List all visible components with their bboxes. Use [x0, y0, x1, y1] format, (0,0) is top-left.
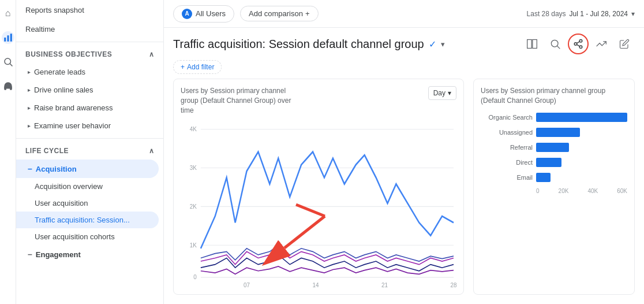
add-filter-label: Add filter — [187, 63, 214, 71]
x-label-40k: 40K — [587, 188, 598, 194]
business-objectives-header[interactable]: Business objectives ∧ — [16, 46, 163, 63]
home-icon[interactable]: ⌂ — [2, 7, 14, 20]
trend-button[interactable] — [591, 34, 612, 54]
bar-label-organic: Organic Search — [481, 114, 533, 121]
line-chart-section: Users by Session primary channel group (… — [173, 79, 464, 295]
avatar: A — [182, 9, 192, 19]
sidebar-item-traffic-acquisition[interactable]: Traffic acquisition: Session... — [16, 212, 159, 228]
sidebar: Reports snapshot Realtime Business objec… — [16, 0, 164, 304]
svg-text:21: 21 — [381, 281, 388, 287]
plus-icon-filter: + — [181, 63, 185, 71]
chart-header: Users by Session primary channel group (… — [181, 86, 456, 115]
svg-rect-1 — [7, 35, 9, 42]
sidebar-item-reports-snapshot[interactable]: Reports snapshot — [16, 0, 163, 20]
title-dropdown-icon[interactable]: ▾ — [441, 40, 445, 49]
page-title-row: Traffic acquisition: Session default cha… — [173, 38, 445, 51]
topbar-right: Last 28 days Jul 1 - Jul 28, 2024 ▾ — [527, 10, 635, 18]
filter-row: + Add filter — [164, 58, 644, 79]
chevron-right-icon-2: ▸ — [28, 87, 31, 93]
sidebar-divider-2 — [16, 138, 163, 139]
lifecycle-header[interactable]: Life cycle ∧ — [16, 142, 163, 160]
svg-text:28: 28 — [450, 281, 456, 287]
bar-fill-direct — [536, 158, 561, 167]
sidebar-item-user-acquisition-cohorts[interactable]: User acquisition cohorts — [16, 228, 159, 245]
svg-point-3 — [5, 58, 11, 65]
bar-container-email — [536, 173, 627, 182]
x-label-60k: 60K — [617, 188, 627, 194]
chevron-right-icon-4: ▸ — [28, 123, 31, 129]
bullet-icon: – — [28, 164, 32, 173]
add-filter-button[interactable]: + Add filter — [173, 60, 222, 74]
compare-view-button[interactable] — [522, 34, 542, 54]
add-comparison-button[interactable]: Add comparison + — [240, 6, 319, 21]
bar-chart-section: Users by Session primary channel group (… — [473, 79, 635, 295]
bar-row-direct: Direct — [481, 158, 627, 167]
svg-line-8 — [557, 46, 560, 49]
bar-fill-organic — [536, 113, 627, 122]
svg-text:1K: 1K — [190, 241, 197, 249]
day-label: Day — [433, 89, 445, 97]
svg-text:4K: 4K — [190, 125, 197, 133]
sidebar-item-engagement[interactable]: – Engagement — [16, 245, 159, 264]
sidebar-item-realtime[interactable]: Realtime — [16, 20, 163, 38]
sidebar-item-drive-online-sales[interactable]: ▸ Drive online sales — [16, 81, 159, 99]
toolbar-icons — [522, 34, 635, 54]
business-objectives-label: Business objectives — [25, 50, 112, 58]
x-label-0: 0 — [536, 188, 540, 194]
svg-text:2K: 2K — [190, 203, 197, 210]
page-header: Traffic acquisition: Session default cha… — [164, 28, 644, 58]
svg-point-11 — [579, 46, 582, 49]
svg-point-9 — [579, 40, 582, 43]
all-users-label: All Users — [196, 9, 226, 18]
add-comparison-label: Add comparison — [249, 9, 303, 18]
sidebar-item-acquisition[interactable]: – Acquisition — [16, 160, 159, 178]
advertising-icon[interactable] — [2, 80, 14, 92]
lifecycle-label: Life cycle — [25, 147, 69, 155]
last-days-label: Last 28 days — [527, 10, 566, 18]
explore-icon[interactable] — [2, 55, 14, 68]
bullet-icon-2: – — [28, 250, 32, 259]
all-users-button[interactable]: A All Users — [173, 5, 234, 23]
svg-line-13 — [576, 42, 579, 43]
svg-rect-6 — [533, 40, 537, 49]
svg-line-12 — [576, 45, 579, 46]
edit-button[interactable] — [614, 34, 635, 54]
bar-row-organic: Organic Search — [481, 113, 627, 122]
bar-row-referral: Referral — [481, 143, 627, 152]
x-label-20k: 20K — [559, 188, 569, 194]
bar-container-organic — [536, 113, 627, 122]
bar-label-referral: Referral — [481, 144, 533, 151]
share-button[interactable] — [568, 34, 589, 54]
sidebar-item-raise-brand-awareness[interactable]: ▸ Raise brand awareness — [16, 99, 159, 117]
svg-point-10 — [574, 43, 577, 46]
chevron-right-icon: ▸ — [28, 69, 31, 75]
svg-rect-0 — [4, 38, 6, 42]
sidebar-item-user-acquisition[interactable]: User acquisition — [16, 195, 159, 212]
reports-icon[interactable] — [2, 31, 14, 44]
sidebar-item-examine-user-behavior[interactable]: ▸ Examine user behavior — [16, 117, 159, 135]
page-title: Traffic acquisition: Session default cha… — [173, 38, 424, 51]
svg-rect-2 — [10, 34, 12, 42]
icon-rail: ⌂ — [0, 0, 16, 304]
bar-fill-email — [536, 173, 551, 182]
svg-rect-5 — [527, 40, 532, 49]
sidebar-item-acquisition-overview[interactable]: Acquisition overview — [16, 178, 159, 195]
svg-point-7 — [551, 40, 558, 47]
bar-container-direct — [536, 158, 627, 167]
bar-chart-title: Users by Session primary channel group (… — [481, 86, 627, 106]
line-chart-svg: 4K 3K 2K 1K 0 — [181, 120, 456, 287]
sidebar-divider-1 — [16, 42, 163, 42]
svg-text:14: 14 — [312, 281, 319, 287]
svg-text:07: 07 — [244, 281, 250, 287]
topbar: A All Users Add comparison + Last 28 day… — [164, 0, 644, 28]
bar-x-axis: 0 20K 40K 60K — [481, 188, 627, 194]
sidebar-item-generate-leads[interactable]: ▸ Generate leads — [16, 63, 159, 81]
line-chart-area: 4K 3K 2K 1K 0 — [181, 120, 456, 287]
day-selector[interactable]: Day ▾ — [428, 86, 456, 100]
search-view-button[interactable] — [545, 34, 566, 54]
bar-row-email: Email — [481, 173, 627, 182]
dropdown-arrow: ▾ — [448, 89, 451, 97]
status-icon: ✓ — [429, 39, 436, 50]
dropdown-icon[interactable]: ▾ — [631, 10, 635, 18]
chevron-up-icon-2: ∧ — [149, 147, 155, 155]
